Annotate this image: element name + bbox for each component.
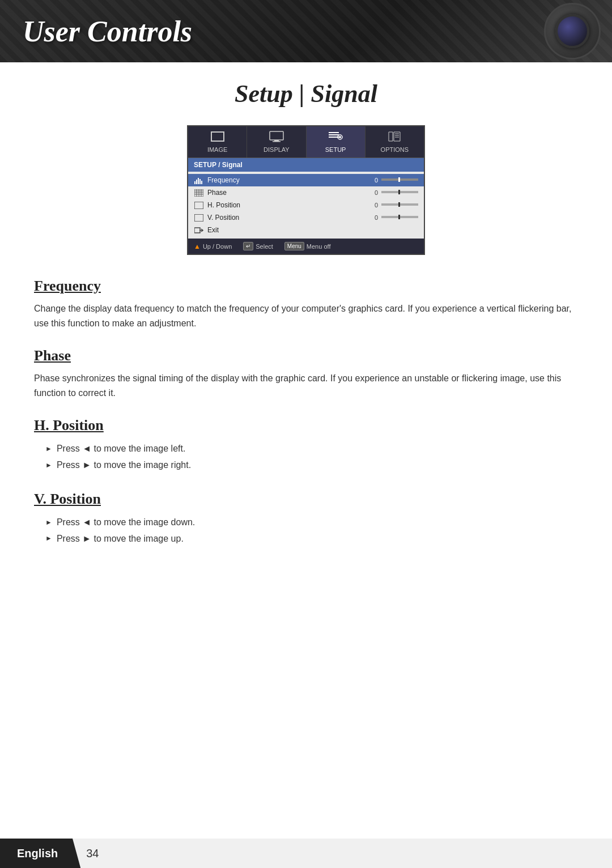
setup-tab-label: SETUP — [325, 146, 346, 153]
bottom-bar: English 34 — [0, 839, 612, 868]
svg-rect-27 — [398, 190, 400, 194]
vposition-label: V. Position — [207, 214, 375, 222]
image-tab-icon — [190, 131, 244, 145]
svg-rect-31 — [194, 214, 203, 222]
osd-tab-options: OPTIONS — [366, 126, 424, 158]
svg-rect-34 — [194, 228, 200, 233]
vposition-bullet-2: ► Press ► to move the image up. — [45, 531, 578, 547]
page-number: 34 — [86, 847, 99, 860]
osd-tab-setup: SETUP — [307, 126, 366, 158]
vposition-slider — [381, 214, 418, 222]
hposition-bullet-1: ► Press ◄ to move the image left. — [45, 441, 578, 457]
language-tab: English — [0, 839, 80, 868]
frequency-heading: Frequency — [34, 278, 578, 295]
select-key-icon: ↵ — [243, 242, 253, 250]
svg-rect-13 — [196, 180, 197, 184]
svg-rect-5 — [329, 134, 339, 135]
language-label: English — [17, 847, 58, 860]
hposition-slider — [381, 201, 418, 209]
menu-key-icon: Menu — [284, 242, 304, 250]
osd-menu: IMAGE DISPLAY — [187, 125, 425, 255]
svg-rect-14 — [198, 178, 199, 184]
footer-updown: ▲ Up / Down — [194, 242, 232, 250]
vposition-heading: V. Position — [34, 491, 578, 508]
phase-text: Phase synchronizes the signal timing of … — [34, 371, 578, 400]
svg-rect-15 — [199, 179, 201, 184]
image-tab-label: IMAGE — [207, 146, 227, 153]
hposition-bullet-2: ► Press ► to move the image right. — [45, 457, 578, 474]
footer-select: ↵ Select — [243, 242, 273, 250]
menuoff-label: Menu off — [307, 243, 331, 250]
vposition-icon — [194, 214, 204, 222]
exit-label: Exit — [207, 226, 418, 234]
osd-screenshot: IMAGE DISPLAY — [34, 125, 578, 255]
phase-label: Phase — [207, 189, 375, 197]
svg-rect-12 — [194, 181, 196, 184]
hposition-value: 0 — [375, 202, 378, 209]
section-hposition: H. Position ► Press ◄ to move the image … — [34, 417, 578, 474]
vposition-bullet-1: ► Press ◄ to move the image down. — [45, 514, 578, 531]
bullet-arrow-icon-3: ► — [45, 517, 52, 529]
footer-menuoff: Menu Menu off — [284, 242, 331, 250]
svg-rect-1 — [270, 131, 283, 140]
svg-rect-33 — [398, 215, 400, 219]
bullet-arrow-icon-1: ► — [45, 443, 52, 456]
osd-tabs: IMAGE DISPLAY — [188, 126, 424, 158]
hposition-label: H. Position — [207, 201, 375, 209]
section-vposition: V. Position ► Press ◄ to move the image … — [34, 491, 578, 547]
svg-rect-0 — [211, 132, 224, 141]
header-title: User Controls — [23, 15, 192, 48]
svg-rect-30 — [398, 202, 400, 207]
osd-tab-image: IMAGE — [188, 126, 247, 158]
svg-rect-4 — [329, 132, 339, 133]
osd-item-frequency: Frequency 0 — [188, 174, 424, 186]
osd-footer: ▲ Up / Down ↵ Select Menu Menu off — [188, 239, 424, 254]
svg-rect-3 — [273, 141, 280, 142]
osd-section-header: SETUP / Signal — [188, 158, 424, 172]
phase-value: 0 — [375, 189, 378, 196]
display-tab-label: DISPLAY — [264, 146, 290, 153]
section-phase: Phase Phase synchronizes the signal timi… — [34, 347, 578, 400]
options-tab-label: OPTIONS — [381, 146, 409, 153]
phase-slider — [381, 189, 418, 197]
hposition-icon — [194, 201, 204, 209]
display-tab-icon — [249, 131, 303, 145]
frequency-value: 0 — [375, 177, 378, 184]
osd-item-phase: Phase 0 — [188, 186, 424, 199]
hposition-bullets: ► Press ◄ to move the image left. ► Pres… — [34, 441, 578, 474]
header-banner: User Controls — [0, 0, 612, 62]
phase-icon — [194, 189, 204, 197]
updown-label: Up / Down — [203, 243, 232, 250]
updown-arrow-icon: ▲ — [194, 242, 201, 250]
osd-menu-items: Frequency 0 — [188, 172, 424, 239]
osd-item-exit: Exit — [188, 224, 424, 236]
vposition-value: 0 — [375, 214, 378, 221]
select-label: Select — [256, 243, 273, 250]
osd-item-hposition: H. Position 0 — [188, 199, 424, 211]
frequency-label: Frequency — [207, 176, 375, 184]
svg-point-8 — [339, 136, 341, 138]
exit-icon — [194, 226, 204, 234]
setup-tab-icon — [309, 131, 363, 145]
vposition-bullets: ► Press ◄ to move the image down. ► Pres… — [34, 514, 578, 547]
phase-heading: Phase — [34, 347, 578, 364]
frequency-icon — [194, 176, 204, 184]
frequency-slider — [381, 176, 418, 184]
svg-rect-28 — [194, 202, 203, 209]
section-frequency: Frequency Change the display data freque… — [34, 278, 578, 330]
svg-rect-18 — [398, 177, 400, 182]
osd-item-vposition: V. Position 0 — [188, 211, 424, 224]
frequency-text: Change the display data frequency to mat… — [34, 301, 578, 330]
osd-tab-display: DISPLAY — [247, 126, 306, 158]
bullet-arrow-icon-4: ► — [45, 533, 52, 545]
options-tab-icon — [368, 131, 422, 145]
bullet-arrow-icon-2: ► — [45, 459, 52, 472]
page-content: Setup | Signal IMAGE — [0, 62, 612, 586]
camera-graphic — [544, 3, 601, 59]
svg-rect-16 — [201, 181, 202, 184]
page-subtitle: Setup | Signal — [34, 79, 578, 108]
hposition-heading: H. Position — [34, 417, 578, 434]
camera-lens — [555, 14, 589, 48]
